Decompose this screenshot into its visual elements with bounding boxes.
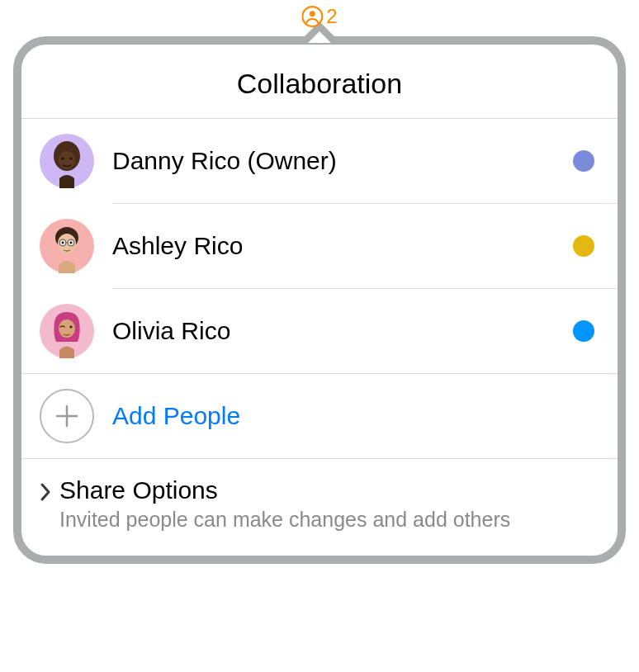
svg-point-14 bbox=[70, 242, 73, 244]
plus-icon bbox=[40, 389, 94, 443]
svg-point-13 bbox=[62, 242, 64, 244]
share-options-subtitle: Invited people can make changes and add … bbox=[59, 506, 594, 534]
indicator-count: 2 bbox=[326, 5, 337, 28]
participant-name: Ashley Rico bbox=[112, 232, 573, 260]
popover-caret-inner bbox=[308, 31, 331, 43]
chevron-right-icon bbox=[40, 474, 59, 502]
participant-name: Olivia Rico bbox=[112, 317, 573, 345]
avatar bbox=[40, 304, 94, 358]
add-people-label: Add People bbox=[112, 402, 240, 430]
participant-row[interactable]: Olivia Rico bbox=[21, 289, 618, 373]
svg-point-5 bbox=[61, 157, 64, 159]
popover-title: Collaboration bbox=[21, 45, 618, 119]
participant-row[interactable]: Danny Rico (Owner) bbox=[21, 119, 618, 203]
svg-point-1 bbox=[310, 11, 315, 17]
status-dot bbox=[573, 320, 594, 342]
collaboration-popover: Collaboration Danny Rico (Owner) bbox=[13, 36, 626, 564]
add-people-button[interactable]: Add People bbox=[21, 373, 618, 458]
status-dot bbox=[573, 150, 594, 172]
share-options-title: Share Options bbox=[59, 474, 594, 506]
people-icon bbox=[301, 6, 323, 27]
share-options-button[interactable]: Share Options Invited people can make ch… bbox=[21, 458, 618, 556]
status-dot bbox=[573, 235, 594, 257]
avatar bbox=[40, 219, 94, 273]
collaboration-indicator[interactable]: 2 bbox=[301, 5, 337, 28]
avatar bbox=[40, 134, 94, 188]
svg-point-17 bbox=[69, 325, 72, 328]
svg-point-6 bbox=[69, 157, 72, 159]
participant-row[interactable]: Ashley Rico bbox=[21, 204, 618, 288]
participant-name: Danny Rico (Owner) bbox=[112, 147, 573, 175]
